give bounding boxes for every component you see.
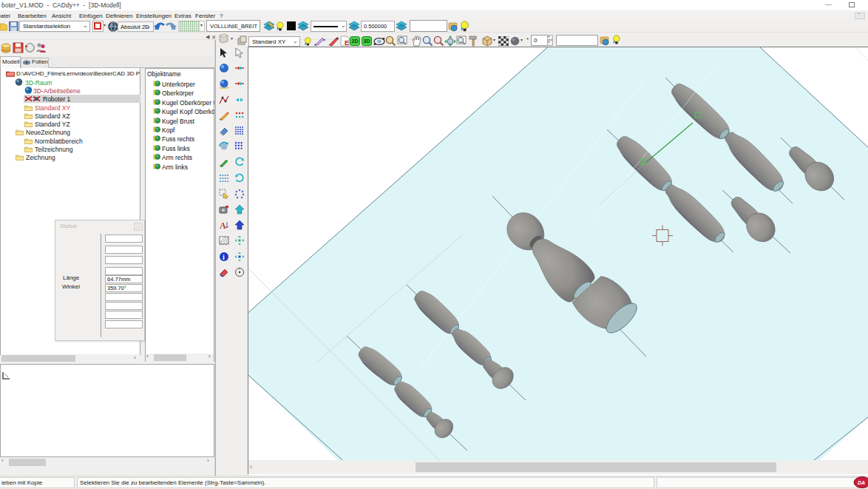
svg-text:A: A <box>220 220 226 230</box>
svg-text:E: E <box>345 39 349 47</box>
svg-text:i: i <box>223 253 225 261</box>
svg-text:DA: DA <box>858 480 865 485</box>
